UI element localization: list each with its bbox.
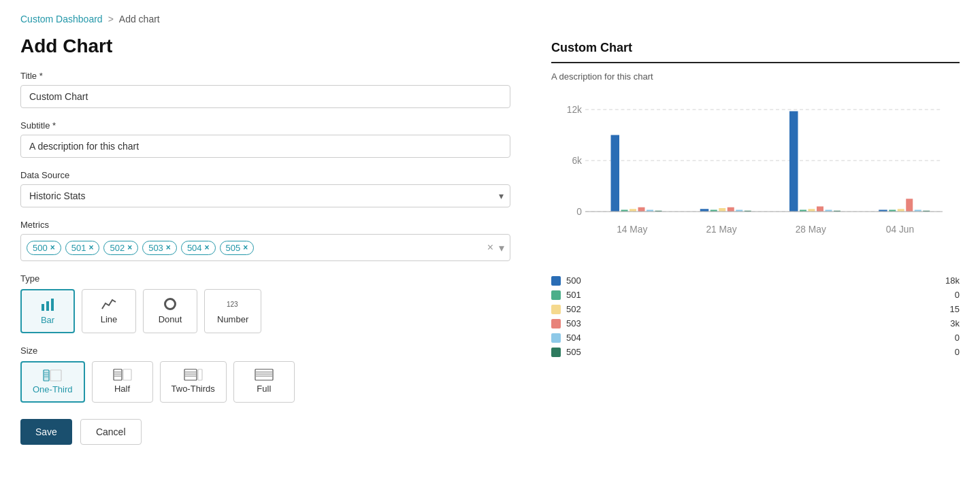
legend-label-502: 502 [566, 304, 945, 314]
type-bar-button[interactable]: Bar [20, 289, 75, 333]
datasource-select[interactable]: Historic Stats [20, 184, 510, 207]
svg-rect-21 [198, 369, 202, 380]
svg-rect-51 [817, 207, 823, 212]
subtitle-label: Subtitle * [20, 120, 510, 131]
metric-tag-504[interactable]: 504 × [181, 241, 216, 255]
type-donut-button[interactable]: Donut [143, 289, 197, 333]
title-label: Title * [20, 71, 510, 81]
legend-value-503: 3k [950, 318, 960, 328]
svg-rect-44 [719, 208, 725, 212]
size-full-button[interactable]: Full [233, 361, 295, 403]
cancel-button[interactable]: Cancel [80, 419, 142, 445]
metrics-dropdown-icon[interactable]: ▾ [499, 241, 504, 254]
remove-metric-501[interactable]: × [88, 243, 93, 252]
save-button[interactable]: Save [20, 419, 72, 445]
type-donut-label: Donut [159, 314, 182, 324]
legend-color-504 [551, 333, 561, 343]
breadcrumb-parent[interactable]: Custom Dashboard [20, 14, 103, 24]
size-one-third-label: One-Third [33, 384, 73, 394]
breadcrumb-separator: > [108, 14, 114, 24]
metrics-label: Metrics [20, 220, 510, 230]
svg-text:21 May: 21 May [706, 224, 736, 235]
size-half-button[interactable]: Half [92, 361, 153, 403]
type-line-label: Line [101, 314, 118, 324]
metrics-actions: × ▾ [487, 241, 504, 254]
size-one-third-button[interactable]: One-Third [20, 361, 85, 403]
legend-color-503 [551, 319, 561, 328]
title-input[interactable] [20, 85, 510, 108]
svg-rect-16 [123, 369, 131, 380]
size-options: One-Third Half [20, 361, 510, 403]
legend-value-505: 0 [955, 347, 960, 357]
remove-metric-503[interactable]: × [166, 243, 171, 252]
type-group: Type Bar Line [20, 273, 510, 333]
type-line-button[interactable]: Line [82, 289, 136, 333]
legend-value-504: 0 [955, 333, 960, 343]
remove-metric-502[interactable]: × [127, 243, 132, 252]
clear-metrics-icon[interactable]: × [487, 241, 493, 254]
svg-rect-11 [50, 370, 61, 381]
subtitle-group: Subtitle * [20, 120, 510, 158]
legend-row-505: 505 0 [551, 347, 960, 357]
datasource-label: Data Source [20, 170, 510, 180]
svg-text:28 May: 28 May [796, 224, 826, 235]
bar-chart-icon [40, 297, 55, 312]
type-label: Type [20, 273, 510, 284]
svg-text:14 May: 14 May [617, 224, 647, 235]
svg-rect-22 [255, 369, 273, 380]
metric-tag-503[interactable]: 503 × [142, 241, 177, 255]
legend-row-500: 500 18k [551, 275, 960, 286]
right-panel: Custom Chart A description for this char… [551, 14, 960, 445]
size-two-thirds-label: Two-Thirds [172, 384, 215, 394]
type-number-button[interactable]: 123 Number [204, 289, 261, 333]
metric-tag-502[interactable]: 502 × [103, 241, 138, 255]
legend-value-501: 0 [955, 290, 960, 300]
legend-color-505 [551, 348, 561, 357]
half-icon [113, 369, 132, 381]
legend-row-503: 503 3k [551, 318, 960, 328]
remove-metric-504[interactable]: × [205, 243, 210, 252]
one-third-icon [43, 369, 62, 382]
page-title: Add Chart [20, 35, 510, 57]
svg-rect-0 [42, 304, 44, 311]
type-bar-label: Bar [41, 315, 54, 325]
preview-subtitle: A description for this chart [551, 71, 960, 82]
svg-rect-1 [46, 301, 49, 311]
svg-rect-17 [184, 369, 197, 380]
svg-text:123: 123 [227, 301, 238, 308]
datasource-select-wrapper: Historic Stats ▾ [20, 184, 510, 207]
bar-chart: 12k 6k 0 14 May 21 May 28 May 04 Jun [551, 92, 960, 263]
title-group: Title * [20, 71, 510, 108]
line-chart-icon [101, 297, 116, 311]
subtitle-input[interactable] [20, 135, 510, 158]
legend-value-502: 15 [950, 304, 960, 314]
metric-tag-501[interactable]: 501 × [65, 241, 100, 255]
breadcrumb-current: Add chart [119, 14, 160, 24]
number-chart-icon: 123 [225, 297, 240, 311]
legend-color-502 [551, 305, 561, 314]
svg-rect-7 [44, 370, 49, 381]
donut-chart-icon [163, 297, 178, 311]
legend-label-505: 505 [566, 347, 949, 357]
svg-rect-12 [114, 369, 122, 380]
legend-label-501: 501 [566, 290, 949, 300]
remove-metric-500[interactable]: × [50, 243, 55, 252]
svg-text:12k: 12k [567, 105, 582, 115]
metrics-input-area[interactable]: 500 × 501 × 502 × 503 × 504 × [20, 234, 510, 261]
metric-tag-500[interactable]: 500 × [27, 241, 61, 255]
full-icon [255, 369, 274, 381]
preview-title: Custom Chart [551, 41, 960, 63]
legend-label-500: 500 [566, 275, 940, 286]
type-options: Bar Line Donut [20, 289, 510, 333]
svg-rect-48 [789, 112, 798, 212]
legend-row-504: 504 0 [551, 333, 960, 343]
svg-text:04 Jun: 04 Jun [886, 224, 914, 235]
svg-rect-57 [906, 199, 913, 212]
two-thirds-icon [184, 369, 203, 381]
metric-tag-505[interactable]: 505 × [220, 241, 255, 255]
remove-metric-505[interactable]: × [243, 243, 248, 252]
size-two-thirds-button[interactable]: Two-Thirds [160, 361, 227, 403]
breadcrumb: Custom Dashboard > Add chart [20, 14, 510, 24]
size-label: Size [20, 345, 510, 356]
legend-label-503: 503 [566, 318, 945, 328]
